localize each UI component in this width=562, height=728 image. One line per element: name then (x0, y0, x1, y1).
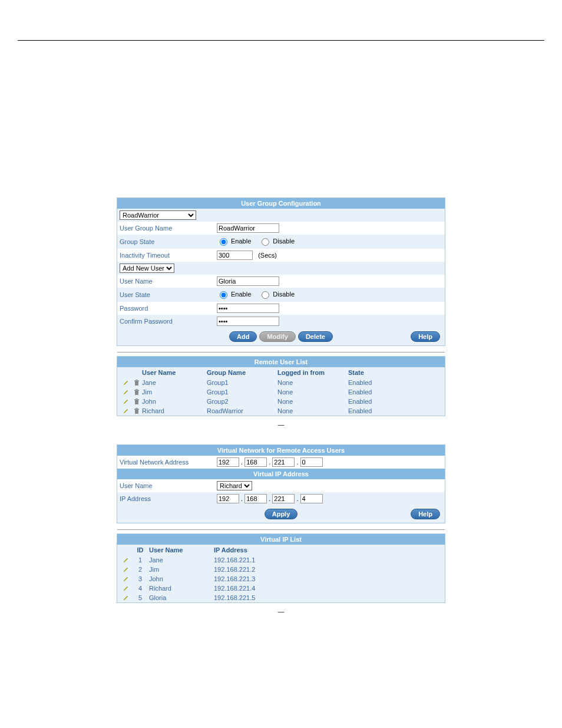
cell-user: Jim (142, 388, 207, 396)
top-divider (18, 40, 544, 41)
user-state-label: User State (120, 291, 217, 298)
group-state-enable-radio[interactable] (220, 238, 227, 246)
cell-logged: None (277, 379, 348, 386)
cell-ip: 192.168.221.2 (214, 566, 296, 573)
inactivity-input[interactable] (217, 251, 253, 260)
delete-icon[interactable] (131, 379, 142, 386)
edit-icon[interactable] (121, 398, 131, 405)
apply-button[interactable]: Apply (265, 509, 298, 519)
edit-icon[interactable] (121, 585, 131, 592)
edit-icon[interactable] (121, 566, 131, 573)
ip-oct2 (244, 494, 267, 503)
ip-oct4[interactable] (300, 494, 323, 503)
cell-id: 1 (131, 556, 149, 564)
user-name-input[interactable] (217, 276, 279, 286)
cell-logged: None (277, 388, 348, 396)
vna-oct4[interactable] (300, 457, 323, 467)
svg-rect-6 (135, 400, 138, 404)
vna-oct3[interactable] (272, 457, 295, 467)
edit-icon[interactable] (121, 594, 131, 601)
cell-logged: None (277, 407, 348, 414)
cell-id: 3 (131, 575, 149, 582)
delete-icon[interactable] (131, 398, 142, 405)
svg-rect-9 (135, 410, 138, 414)
svg-rect-8 (136, 398, 138, 400)
svg-rect-10 (134, 409, 139, 410)
vn-user-select[interactable]: Richard (217, 481, 252, 490)
add-user-select[interactable]: Add New User (120, 263, 174, 273)
vna-oct1[interactable] (217, 457, 239, 467)
cell-user: Gloria (149, 594, 214, 601)
edit-icon[interactable] (121, 379, 131, 386)
col-user: User Name (142, 369, 207, 376)
edit-icon[interactable] (121, 556, 131, 564)
cell-user: John (142, 398, 207, 405)
cell-group: Group1 (207, 388, 277, 396)
col-state: State (348, 369, 395, 376)
svg-rect-5 (136, 389, 138, 390)
table-row: 2Jim192.168.221.2 (117, 565, 445, 574)
edit-icon[interactable] (121, 407, 131, 414)
svg-rect-11 (136, 408, 138, 409)
vna-label: Virtual Network Address (120, 459, 217, 466)
delete-button[interactable]: Delete (298, 331, 333, 342)
table-row: JimGroup1NoneEnabled (117, 387, 445, 397)
ip-oct1 (217, 494, 239, 503)
cell-state: Enabled (348, 407, 395, 414)
vna-oct2[interactable] (244, 457, 267, 467)
help-button-2[interactable]: Help (411, 509, 440, 519)
cell-state: Enabled (348, 398, 395, 405)
table-row: 1Jane192.168.221.1 (117, 555, 445, 565)
virtual-network-panel: Virtual Network for Remote Access Users … (117, 444, 445, 523)
cell-group: Group2 (207, 398, 277, 405)
table-row: JaneGroup1NoneEnabled (117, 378, 445, 387)
cell-id: 5 (131, 594, 149, 601)
table-row: 3John192.168.221.3 (117, 574, 445, 584)
group-name-label: User Group Name (120, 225, 217, 232)
user-name-label: User Name (120, 278, 217, 285)
col-logged: Logged in from (277, 369, 348, 376)
help-button[interactable]: Help (411, 331, 440, 342)
group-state-disable-radio[interactable] (262, 238, 269, 246)
svg-rect-0 (135, 381, 138, 386)
svg-rect-2 (136, 380, 138, 381)
enable-label-2: Enable (231, 291, 251, 298)
inactivity-label: Inactivity Timeout (120, 252, 217, 259)
panel-subtitle: Virtual IP Address (117, 469, 445, 479)
cell-group: RoadWarrior (207, 407, 277, 414)
svg-rect-7 (134, 399, 139, 400)
edit-icon[interactable] (121, 575, 131, 582)
cell-user: Jane (149, 556, 214, 564)
delete-icon[interactable] (131, 388, 142, 396)
panel-title: User Group Configuration (117, 198, 445, 209)
ip-oct3 (272, 494, 295, 503)
cell-state: Enabled (348, 388, 395, 396)
figure-caption-1: — (18, 421, 544, 428)
cell-group: Group1 (207, 379, 277, 386)
cell-user: John (149, 575, 214, 582)
password-input[interactable] (217, 304, 279, 313)
delete-icon[interactable] (131, 407, 142, 414)
enable-label: Enable (231, 238, 251, 245)
list-title: Remote User List (117, 357, 445, 367)
user-state-disable-radio[interactable] (262, 291, 269, 299)
col-group: Group Name (207, 369, 277, 376)
edit-icon[interactable] (121, 388, 131, 396)
cell-user: Richard (142, 407, 207, 414)
svg-rect-4 (134, 390, 139, 391)
table-row: 4Richard192.168.221.4 (117, 584, 445, 593)
cell-ip: 192.168.221.3 (214, 575, 296, 582)
cell-ip: 192.168.221.4 (214, 585, 296, 592)
remote-user-list: Remote User List User Name Group Name Lo… (117, 356, 445, 416)
confirm-password-input[interactable] (217, 317, 279, 326)
group-select[interactable]: RoadWarrior (120, 210, 196, 220)
cell-id: 4 (131, 585, 149, 592)
cell-logged: None (277, 398, 348, 405)
user-state-enable-radio[interactable] (220, 291, 227, 299)
col-user-2: User Name (149, 546, 214, 554)
modify-button[interactable]: Modify (259, 331, 295, 342)
panel-title-2: Virtual Network for Remote Access Users (117, 445, 445, 456)
group-state-label: Group State (120, 238, 217, 245)
group-name-input[interactable] (217, 223, 279, 233)
add-button[interactable]: Add (229, 331, 257, 342)
